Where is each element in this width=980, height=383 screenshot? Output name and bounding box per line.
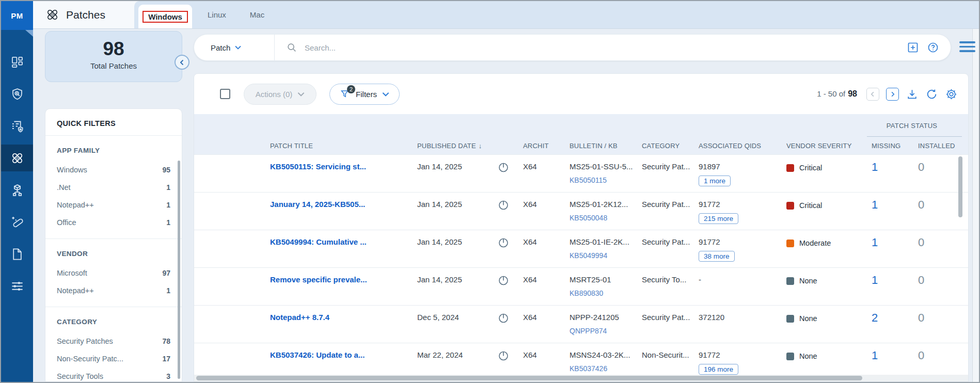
tab-linux[interactable]: Linux: [208, 10, 226, 19]
filter-label[interactable]: Notepad++: [57, 286, 94, 295]
row-checkbox-area: [194, 155, 264, 192]
pm-logo[interactable]: PM: [1, 1, 33, 30]
table-vertical-scrollbar[interactable]: [958, 156, 962, 217]
quick-filter-item[interactable]: Microsoft97: [57, 264, 170, 282]
column-header-installed[interactable]: INSTALLED: [912, 142, 958, 150]
column-header-associated-qids[interactable]: ASSOCIATED QIDS: [692, 142, 780, 150]
search-scope-dropdown[interactable]: Patch: [194, 43, 274, 52]
kb-link[interactable]: KB5050048: [570, 214, 629, 222]
search-input[interactable]: Search...: [305, 43, 907, 52]
refresh-button[interactable]: [925, 88, 938, 101]
patch-title-link[interactable]: KB5037426: Update to a...: [270, 350, 365, 359]
quick-filter-item[interactable]: Non-Security Patc...17: [57, 350, 170, 368]
quick-filter-item[interactable]: Office1: [57, 214, 170, 231]
filter-label[interactable]: Non-Security Patc...: [57, 355, 123, 363]
filter-label[interactable]: Windows: [57, 166, 87, 174]
sidebar-item-patches[interactable]: [1, 145, 33, 171]
missing-count[interactable]: 2: [865, 306, 912, 343]
kb-link[interactable]: KB5050115: [570, 176, 629, 184]
column-header-category[interactable]: CATEGORY: [636, 142, 692, 150]
column-header-architecture[interactable]: ARCHIT: [517, 142, 563, 150]
chevron-down-icon: [297, 92, 305, 97]
patch-title-link[interactable]: Remove specific prevale...: [270, 275, 367, 284]
quick-filters-scrollbar[interactable]: [178, 161, 180, 379]
table-row[interactable]: KB5050115: Servicing st... Jan 14, 2025 …: [194, 154, 968, 192]
sidebar-item-zero-touch[interactable]: [1, 209, 33, 235]
quick-filter-item[interactable]: Notepad++1: [57, 282, 170, 299]
table-horizontal-scrollbar[interactable]: [196, 376, 862, 380]
filter-count: 1: [166, 218, 170, 227]
patch-title-link[interactable]: KB5049994: Cumulative ...: [270, 237, 367, 246]
more-qids-chip[interactable]: 38 more: [699, 251, 735, 262]
filter-count: 17: [162, 355, 170, 363]
qid-value: 372120: [699, 313, 724, 322]
actions-button[interactable]: Actions (0): [244, 84, 317, 105]
table-row[interactable]: KB5049994: Cumulative ... Jan 14, 2025 X…: [194, 230, 968, 267]
filter-label[interactable]: Security Patches: [57, 337, 113, 345]
patches-title-icon: [45, 8, 59, 22]
filter-label[interactable]: Office: [57, 218, 76, 227]
filter-label[interactable]: Microsoft: [57, 269, 87, 277]
column-header-bulletin-kb[interactable]: BULLETIN / KB: [563, 142, 636, 150]
missing-count[interactable]: 1: [865, 155, 912, 192]
sidebar-item-deployment[interactable]: [1, 177, 33, 203]
quick-filter-item[interactable]: Security Tools3: [57, 368, 170, 382]
kb-link[interactable]: KB5049994: [570, 251, 629, 260]
filters-button[interactable]: 2 Filters: [329, 84, 400, 105]
severity-label: Moderate: [799, 239, 831, 267]
sidebar-item-dashboard[interactable]: [1, 49, 33, 75]
help-button[interactable]: [927, 41, 939, 54]
patch-title-link[interactable]: January 14, 2025-KB505...: [270, 200, 365, 209]
severity-swatch: [786, 353, 794, 360]
column-header-published-date[interactable]: PUBLISHED DATE↓: [411, 142, 491, 150]
table-row[interactable]: Remove specific prevale... Jan 14, 2025 …: [194, 267, 968, 305]
quick-filter-item[interactable]: Notepad++1: [57, 196, 170, 214]
more-qids-chip[interactable]: 215 more: [699, 213, 738, 224]
missing-count[interactable]: 1: [865, 230, 912, 267]
filter-label[interactable]: Notepad++: [57, 201, 94, 209]
quick-filter-item[interactable]: Windows95: [57, 161, 170, 179]
tab-windows[interactable]: Windows: [138, 5, 192, 28]
kb-link[interactable]: KB5037426: [570, 364, 629, 373]
missing-count[interactable]: 1: [865, 193, 912, 230]
quick-filters-title: QUICK FILTERS: [45, 109, 182, 135]
filter-label[interactable]: .Net: [57, 183, 71, 191]
table-row[interactable]: Notepad++ 8.7.4 Dec 5, 2024 X64 NPPP-241…: [194, 305, 968, 343]
sidebar-item-vulnerabilities[interactable]: [1, 81, 33, 107]
sidebar-item-configuration[interactable]: [1, 273, 33, 299]
sidebar-item-reports[interactable]: [1, 113, 33, 139]
sidebar-item-documents[interactable]: [1, 241, 33, 267]
filter-label[interactable]: Security Tools: [57, 372, 103, 380]
previous-page-button[interactable]: [866, 88, 879, 101]
installed-count: 0: [912, 230, 958, 267]
select-all-checkbox[interactable]: [220, 89, 230, 99]
divider: [274, 35, 275, 60]
main-menu-button[interactable]: [959, 41, 975, 55]
download-button[interactable]: [906, 88, 919, 101]
kb-link[interactable]: QNPPP874: [570, 327, 629, 335]
column-header-missing[interactable]: MISSING: [865, 142, 912, 150]
top-bar: Patches WindowsLinuxMac: [33, 1, 979, 29]
kb-link[interactable]: KB890830: [570, 289, 629, 297]
quick-filter-item[interactable]: .Net1: [57, 179, 170, 196]
plus-square-icon: [907, 41, 919, 54]
missing-count[interactable]: 1: [865, 268, 912, 305]
column-header-patch-title[interactable]: PATCH TITLE: [264, 142, 411, 150]
quick-filter-item[interactable]: Security Patches78: [57, 332, 170, 350]
vendor-severity: Moderate: [780, 230, 865, 267]
page-scrollbar[interactable]: [972, 29, 979, 382]
installed-count: 0: [912, 193, 958, 230]
settings-button[interactable]: [945, 88, 958, 101]
patch-title-link[interactable]: Notepad++ 8.7.4: [270, 313, 329, 322]
next-page-button[interactable]: [886, 88, 899, 101]
severity-swatch: [786, 202, 794, 210]
more-qids-chip[interactable]: 196 more: [699, 364, 738, 375]
collapse-panel-button[interactable]: [175, 55, 189, 70]
table-row[interactable]: January 14, 2025-KB505... Jan 14, 2025 X…: [194, 192, 968, 230]
column-header-vendor-severity[interactable]: VENDOR SEVERITY: [780, 142, 865, 150]
tab-mac[interactable]: Mac: [250, 10, 264, 19]
add-widget-button[interactable]: [907, 41, 919, 54]
patch-title-link[interactable]: KB5050115: Servicing st...: [270, 162, 366, 171]
total-patches-label: Total Patches: [45, 61, 182, 70]
more-qids-chip[interactable]: 1 more: [699, 175, 731, 186]
